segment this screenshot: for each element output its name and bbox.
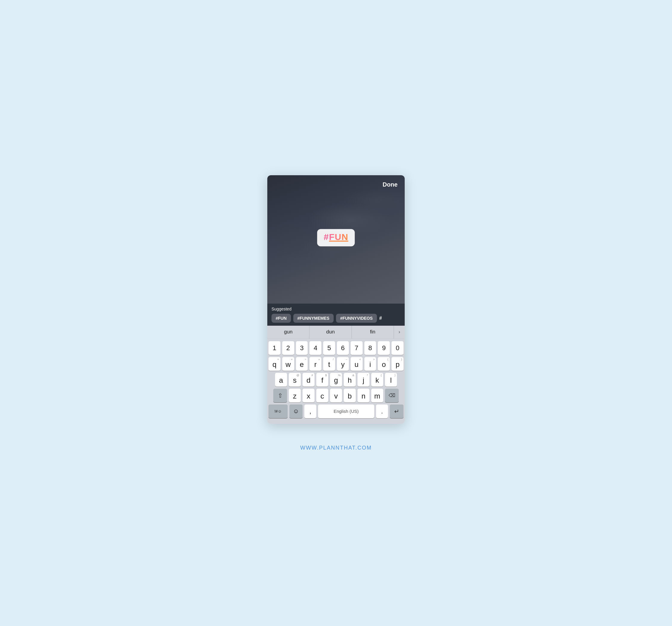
predictive-word-dun[interactable]: dun xyxy=(309,326,352,339)
asdf-row: a @s #d $f %g &h *j (k )l xyxy=(268,373,404,386)
key-5[interactable]: 5 xyxy=(323,341,335,355)
key-3[interactable]: 3 xyxy=(296,341,308,355)
key-h[interactable]: &h xyxy=(344,373,356,386)
key-q[interactable]: +q xyxy=(268,357,281,371)
key-v[interactable]: v xyxy=(330,389,342,402)
suggested-label: Suggested xyxy=(271,307,401,311)
predictive-word-gun[interactable]: gun xyxy=(267,326,309,339)
number-row: 1 2 3 4 5 6 7 8 9 0 xyxy=(268,341,404,355)
key-d[interactable]: #d xyxy=(303,373,314,386)
story-editor: Done # FUN xyxy=(267,175,405,304)
suggested-area: Suggested #FUN #FUNNYMEMES #FUNNYVIDEOS … xyxy=(267,304,405,326)
shift-key[interactable]: ⇧ xyxy=(273,389,287,402)
key-r[interactable]: =r xyxy=(309,357,321,371)
key-p[interactable]: )p xyxy=(391,357,404,371)
key-e[interactable]: ÷e xyxy=(296,357,308,371)
key-2[interactable]: 2 xyxy=(282,341,294,355)
key-x[interactable]: x xyxy=(303,389,314,402)
return-key[interactable]: ↵ xyxy=(390,404,404,418)
key-y[interactable]: −y xyxy=(337,357,349,371)
key-j[interactable]: *j xyxy=(358,373,369,386)
key-o[interactable]: (o xyxy=(378,357,390,371)
bottom-row: !#☺ ☺ , English (US) . ↵ xyxy=(268,404,404,418)
key-w[interactable]: ×w xyxy=(282,357,294,371)
comma-key[interactable]: , xyxy=(304,404,316,418)
emoji-key[interactable]: ☺ xyxy=(289,404,303,418)
key-b[interactable]: b xyxy=(344,389,356,402)
predictive-expand-arrow[interactable]: › xyxy=(394,329,405,335)
key-z[interactable]: z xyxy=(289,389,301,402)
key-7[interactable]: 7 xyxy=(351,341,363,355)
hashtag-text: FUN xyxy=(329,232,349,242)
key-n[interactable]: n xyxy=(358,389,369,402)
key-m[interactable]: m xyxy=(371,389,383,402)
key-6[interactable]: 6 xyxy=(337,341,349,355)
key-8[interactable]: 8 xyxy=(364,341,376,355)
key-a[interactable]: a xyxy=(275,373,287,386)
suggested-tag-funnymemes[interactable]: #FUNNYMEMES xyxy=(293,314,334,323)
key-9[interactable]: 9 xyxy=(378,341,390,355)
key-c[interactable]: c xyxy=(316,389,328,402)
suggested-tag-funnyvideos[interactable]: #FUNNYVIDEOS xyxy=(336,314,377,323)
key-t[interactable]: /t xyxy=(323,357,335,371)
hashtag-sticker[interactable]: # FUN xyxy=(317,229,355,246)
suggested-tags: #FUN #FUNNYMEMES #FUNNYVIDEOS # xyxy=(271,314,401,323)
period-key[interactable]: . xyxy=(376,404,388,418)
qwerty-row: +q ×w ÷e =r /t −y <u >i (o )p xyxy=(268,357,404,371)
hashtag-symbol: # xyxy=(324,232,329,242)
done-button[interactable]: Done xyxy=(383,181,398,188)
predictive-word-fin[interactable]: fin xyxy=(352,326,394,339)
predictive-bar: gun dun fin › xyxy=(267,326,405,339)
phone-mockup: Done # FUN Suggested #FUN #FUNNYMEMES #F… xyxy=(267,175,405,424)
key-f[interactable]: $f xyxy=(316,373,328,386)
backspace-key[interactable]: ⌫ xyxy=(385,389,399,402)
key-i[interactable]: >i xyxy=(364,357,376,371)
tags-overflow-indicator: # xyxy=(379,316,382,321)
keyboard-bottom-bar xyxy=(267,422,405,424)
key-g[interactable]: %g xyxy=(330,373,342,386)
key-s[interactable]: @s xyxy=(289,373,301,386)
key-u[interactable]: <u xyxy=(351,357,363,371)
key-4[interactable]: 4 xyxy=(309,341,321,355)
key-l[interactable]: )l xyxy=(385,373,397,386)
key-1[interactable]: 1 xyxy=(268,341,281,355)
space-key[interactable]: English (US) xyxy=(318,404,374,418)
key-k[interactable]: (k xyxy=(371,373,383,386)
symbols-key[interactable]: !#☺ xyxy=(268,404,288,418)
key-0[interactable]: 0 xyxy=(391,341,404,355)
footer-url: WWW.PLANNTHAT.COM xyxy=(300,445,372,451)
zxcv-row: ⇧ z x c v b n m ⌫ xyxy=(268,389,404,402)
keyboard: 1 2 3 4 5 6 7 8 9 0 +q ×w ÷e =r /t −y <u… xyxy=(267,339,405,422)
suggested-tag-fun[interactable]: #FUN xyxy=(271,314,291,323)
